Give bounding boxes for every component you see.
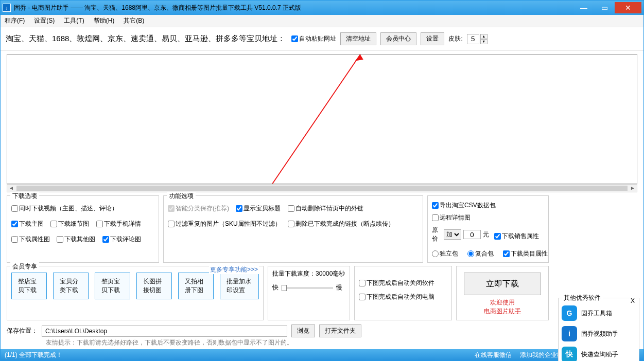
chk-export-csv[interactable]: 导出淘宝CSV数据包 [432, 201, 496, 210]
app-icon: ↓ [3, 4, 11, 12]
welcome-text: 欢迎使用 [484, 298, 521, 307]
chk-close-pc[interactable]: 下图完成后自动关闭电脑 [359, 293, 442, 301]
speed-slider[interactable] [282, 287, 333, 289]
sidebar-item-1[interactable]: i固乔视频助手 [562, 326, 636, 341]
url-textarea[interactable] [7, 54, 637, 184]
status-progress: (1/1) 全部下载完成！ [5, 351, 62, 359]
btn-watermark[interactable]: 批量加水印设置 [220, 273, 259, 299]
download-options-legend: 下载选项 [10, 192, 39, 201]
close-button[interactable]: ✕ [615, 2, 641, 13]
titlebar: ↓ 固乔 - 电商图片助手 —— 淘宝、天猫、1688阿里、京东、微商相册等图片… [1, 1, 643, 15]
speed-label: 批量下载速度： [272, 270, 316, 277]
skin-up-button[interactable]: ▲ [480, 34, 488, 39]
price-label: 原价 [432, 226, 442, 243]
save-label: 保存位置： [7, 327, 38, 335]
vip-group: 会员专享 更多专享功能>>> 整店宝贝下载 宝贝分类下载 整页宝贝下载 长图拼接… [7, 266, 264, 320]
chk-attr-img[interactable]: 下载属性图 [11, 235, 50, 244]
menu-tools[interactable]: 工具(T) [64, 16, 84, 25]
chk-remote-detail[interactable]: 远程详情图 [432, 213, 471, 222]
download-action-group: 立即下载 欢迎使用 电商图片助手 [456, 266, 549, 320]
sidebar-item-icon: i [562, 326, 577, 341]
clear-url-button[interactable]: 清空地址 [340, 32, 376, 45]
chk-simul-video[interactable]: 同时下载视频（主图、描述、评论） [11, 204, 118, 213]
chk-comment-img[interactable]: 下载评论图 [102, 235, 141, 244]
btn-youpai[interactable]: 又拍相册下图 [178, 273, 214, 299]
chk-sale-attr[interactable]: 下载销售属性 [494, 232, 539, 241]
sidebar-item-label: 快递查询助手 [581, 350, 618, 359]
menu-program[interactable]: 程序(F) [5, 16, 25, 25]
open-folder-button[interactable]: 打开文件夹 [319, 324, 361, 337]
speed-group: 批量下载速度：30000毫秒 快 慢 [268, 266, 350, 320]
horizontal-scrollbar[interactable]: ◄ ► [7, 184, 637, 192]
browse-button[interactable]: 浏览 [291, 324, 315, 337]
menu-help[interactable]: 帮助(H) [94, 16, 115, 25]
function-options-group: 功能选项 智能分类保存(推荐) 显示宝贝标题 自动删除详情页中的外链 过滤重复的… [163, 195, 423, 263]
download-options-group: 下载选项 同时下载视频（主图、描述、评论） 下载主图 下载细节图 下载手机详情 … [7, 195, 159, 263]
price-unit: 元 [483, 230, 489, 239]
sidebar-item-0[interactable]: G固乔工具箱 [562, 305, 636, 321]
speed-fast-label: 快 [272, 283, 279, 292]
auto-paste-checkbox[interactable]: 自动粘贴网址 [291, 34, 336, 43]
speed-slow-label: 慢 [336, 283, 342, 292]
function-options-legend: 功能选项 [167, 192, 196, 201]
menubar: 程序(F) 设置(S) 工具(T) 帮助(H) 其它(B) [1, 15, 643, 27]
more-vip-link[interactable]: 更多专享功能>>> [209, 265, 259, 274]
auto-close-group: 下图完成后自动关闭软件 下图完成后自动关闭电脑 [354, 266, 452, 320]
radio-standalone[interactable]: 独立包 [432, 249, 458, 258]
chk-mobile-detail[interactable]: 下载手机详情 [96, 220, 141, 228]
scroll-left-button[interactable]: ◄ [7, 185, 15, 192]
svg-marker-1 [355, 55, 363, 61]
statusbar: (1/1) 全部下载完成！ 在线客服微信 添加我的企业微信 厦门固乔科技有限公司 [1, 349, 643, 360]
chk-auto-del-ext[interactable]: 自动删除详情页中的外链 [288, 204, 363, 213]
maximize-button[interactable]: ▭ [594, 2, 615, 13]
sidebar-item-2[interactable]: 快快递查询助手 [562, 347, 636, 361]
btn-page-dl[interactable]: 整页宝贝下载 [95, 273, 130, 299]
save-path-input[interactable] [42, 326, 287, 337]
price-op-select[interactable]: 加 [444, 229, 461, 240]
sidebar-item-label: 固乔视频助手 [581, 330, 618, 338]
chk-filter-dup[interactable]: 过滤重复的图片（SKU属性图不过滤） [168, 220, 281, 228]
chk-close-soft[interactable]: 下图完成后自动关闭软件 [359, 279, 442, 287]
chk-smart-save[interactable]: 智能分类保存(推荐) [168, 204, 229, 213]
skin-value-input[interactable] [467, 34, 479, 44]
sidebar-item-label: 固乔工具箱 [581, 309, 612, 318]
chk-detail-img[interactable]: 下载细节图 [50, 220, 89, 228]
download-now-button[interactable]: 立即下载 [464, 273, 541, 295]
chk-cat-attr[interactable]: 下载类目属性 [503, 249, 548, 258]
chk-other-img[interactable]: 下载其他图 [57, 235, 95, 244]
btn-shop-all[interactable]: 整店宝贝下载 [11, 273, 47, 299]
minimize-button[interactable]: — [573, 2, 594, 13]
sidebar-close-button[interactable]: X [630, 297, 636, 304]
url-prompt: 淘宝、天猫、1688、敦煌网、京东、速卖通、易贝、亚马逊、拼多多等宝贝地址： [6, 34, 285, 44]
export-group: 导出淘宝CSV数据包 远程详情图 原价 加 元 下载销售属性 独立包 [427, 195, 549, 263]
other-software-sidebar: 其他优秀软件 X G固乔工具箱i固乔视频助手快快递查询助手人客户管理系统✂固乔剪… [558, 298, 639, 361]
speed-value: 30000毫秒 [316, 270, 345, 277]
sidebar-legend: 其他优秀软件 [562, 294, 603, 302]
settings-button[interactable]: 设置 [421, 32, 444, 45]
btn-cat-dl[interactable]: 宝贝分类下载 [53, 273, 89, 299]
toolbar: 淘宝、天猫、1688、敦煌网、京东、速卖通、易贝、亚马逊、拼多多等宝贝地址： 自… [1, 27, 643, 51]
radio-compound[interactable]: 复合包 [467, 249, 494, 258]
status-wx[interactable]: 在线客服微信 [475, 351, 512, 359]
skin-label: 皮肤: [448, 34, 462, 43]
chk-show-title[interactable]: 显示宝贝标题 [236, 204, 281, 213]
window-title: 固乔 - 电商图片助手 —— 淘宝、天猫、1688阿里、京东、微商相册等图片批量… [14, 4, 573, 12]
btn-long-img[interactable]: 长图拼接切图 [136, 273, 172, 299]
product-link[interactable]: 电商图片助手 [484, 308, 521, 315]
scroll-right-button[interactable]: ► [629, 185, 637, 192]
sidebar-item-icon: G [562, 305, 577, 321]
chk-main-img[interactable]: 下载主图 [11, 220, 44, 228]
vip-legend: 会员专享 [10, 262, 39, 271]
menu-settings[interactable]: 设置(S) [34, 16, 55, 25]
save-hint: 友情提示：下载前请先选择好路径，下载后不要改变路径，否则数据包中显示不了图片的。 [1, 338, 555, 349]
scroll-thumb[interactable] [16, 186, 628, 191]
menu-other[interactable]: 其它(B) [124, 16, 144, 25]
skin-down-button[interactable]: ▼ [480, 39, 488, 44]
svg-line-0 [272, 55, 360, 184]
sidebar-item-icon: 快 [562, 347, 577, 361]
chk-del-done[interactable]: 删除已下载完成的链接（断点续传） [288, 220, 394, 228]
member-center-button[interactable]: 会员中心 [380, 32, 416, 45]
price-value-input[interactable] [463, 230, 481, 239]
